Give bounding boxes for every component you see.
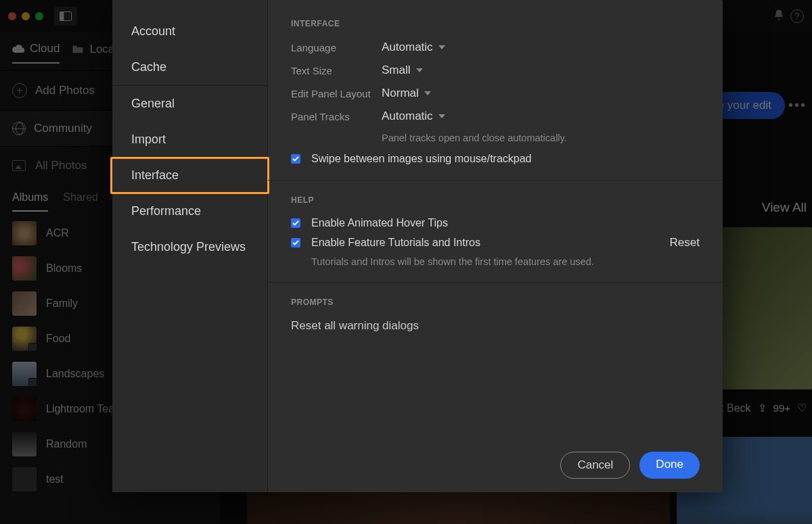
prefs-content: INTERFACE Language Automatic Text Size S…	[268, 0, 723, 492]
textsize-label: Text Size	[291, 65, 382, 76]
row-panel-layout: Edit Panel Layout Normal	[291, 87, 700, 100]
check-icon	[292, 220, 299, 227]
panellayout-label: Edit Panel Layout	[291, 88, 382, 99]
preferences-dialog: Account Cache General Import Interface P…	[112, 0, 723, 492]
check-icon	[292, 239, 299, 246]
section-interface-heading: INTERFACE	[291, 19, 700, 28]
prefs-nav: Account Cache General Import Interface P…	[112, 0, 268, 492]
nav-technology-previews[interactable]: Technology Previews	[112, 229, 267, 265]
row-language: Language Automatic	[291, 41, 700, 54]
textsize-dropdown[interactable]: Small	[382, 64, 423, 77]
reset-warnings-button[interactable]: Reset all warning dialogs	[291, 319, 700, 333]
done-button[interactable]: Done	[639, 452, 700, 479]
reset-tutorials-button[interactable]: Reset	[670, 236, 700, 249]
row-text-size: Text Size Small	[291, 64, 700, 77]
chevron-down-icon	[438, 114, 445, 118]
nav-account[interactable]: Account	[112, 14, 267, 49]
swipe-checkbox[interactable]	[291, 154, 300, 164]
panellayout-dropdown[interactable]: Normal	[382, 87, 431, 100]
tutorials-label: Enable Feature Tutorials and Intros	[311, 237, 480, 249]
prefs-footer: Cancel Done	[560, 452, 700, 479]
row-panel-tracks: Panel Tracks Automatic	[291, 110, 700, 123]
chevron-down-icon	[424, 91, 431, 95]
hover-tips-label: Enable Animated Hover Tips	[311, 217, 448, 229]
hover-tips-checkbox[interactable]	[291, 218, 300, 228]
tutorials-hint: Tutorials and Intros will be shown the f…	[311, 256, 700, 267]
tutorials-checkbox[interactable]	[291, 238, 300, 247]
row-hover-tips: Enable Animated Hover Tips	[291, 217, 700, 229]
paneltracks-label: Panel Tracks	[291, 111, 382, 122]
row-tutorials: Enable Feature Tutorials and Intros Rese…	[291, 236, 700, 249]
paneltracks-value: Automatic	[382, 110, 433, 123]
paneltracks-dropdown[interactable]: Automatic	[382, 110, 445, 123]
textsize-value: Small	[382, 64, 411, 77]
nav-import[interactable]: Import	[112, 122, 267, 158]
nav-interface[interactable]: Interface	[112, 158, 267, 193]
paneltracks-hint: Panel tracks open and close automaticall…	[382, 133, 700, 143]
divider	[268, 180, 723, 181]
divider	[268, 282, 723, 283]
row-swipe: Swipe between images using mouse/trackpa…	[291, 153, 700, 165]
language-dropdown[interactable]: Automatic	[382, 41, 445, 54]
nav-cache[interactable]: Cache	[112, 49, 267, 85]
panellayout-value: Normal	[382, 87, 419, 100]
chevron-down-icon	[416, 68, 423, 72]
swipe-label: Swipe between images using mouse/trackpa…	[311, 153, 532, 165]
language-value: Automatic	[382, 41, 433, 54]
section-prompts-heading: PROMPTS	[291, 297, 700, 307]
nav-general[interactable]: General	[112, 86, 267, 122]
section-help-heading: HELP	[291, 195, 700, 205]
nav-performance[interactable]: Performance	[112, 193, 267, 229]
language-label: Language	[291, 42, 382, 53]
cancel-button[interactable]: Cancel	[560, 452, 630, 479]
check-icon	[292, 156, 299, 162]
chevron-down-icon	[438, 45, 445, 49]
